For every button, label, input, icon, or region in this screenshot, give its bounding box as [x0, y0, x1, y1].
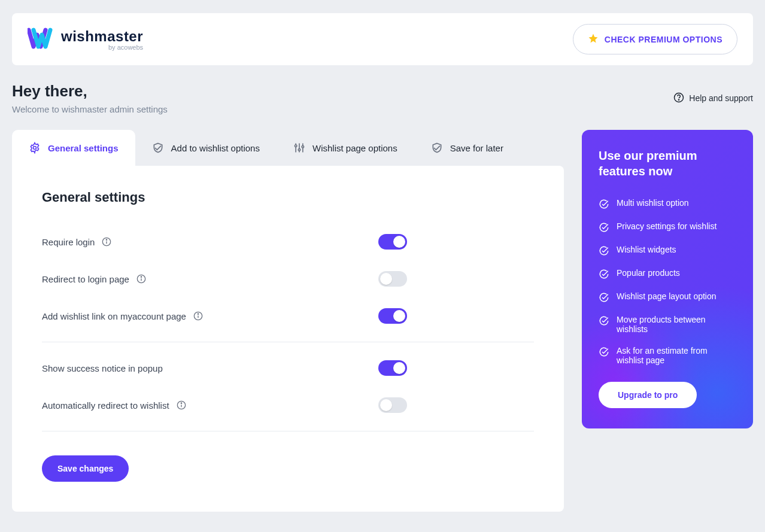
- greeting-block: Hey there, Welcome to wishmaster admin s…: [12, 82, 168, 114]
- premium-feature: Wishlist widgets: [599, 239, 736, 262]
- tab-save-later[interactable]: Save for later: [414, 130, 520, 166]
- tabs-bar: General settings Add to wishlist options…: [12, 130, 564, 166]
- divider: [42, 431, 534, 431]
- tab-label: General settings: [48, 143, 119, 153]
- check-premium-button[interactable]: CHECK PREMIUM OPTIONS: [573, 24, 737, 54]
- upgrade-to-pro-button[interactable]: Upgrade to pro: [599, 382, 697, 408]
- svg-point-16: [198, 314, 198, 314]
- toggle-auto-redirect[interactable]: [378, 397, 407, 413]
- info-icon[interactable]: [136, 274, 146, 284]
- shield-check-icon: [152, 142, 164, 154]
- setting-auto-redirect: Automatically redirect to wishlist: [42, 387, 534, 424]
- divider: [42, 342, 534, 342]
- svg-point-7: [298, 149, 300, 151]
- premium-sidebar: Use our premium features now Multi wishl…: [582, 130, 753, 428]
- toggle-require-login[interactable]: [378, 234, 407, 250]
- check-circle-icon: [599, 346, 609, 357]
- premium-feature: Ask for an estimate from wishlist page: [599, 340, 736, 371]
- svg-point-10: [107, 239, 107, 240]
- check-premium-label: CHECK PREMIUM OPTIONS: [605, 35, 722, 44]
- tab-general-settings[interactable]: General settings: [12, 130, 135, 166]
- setting-label-text: Add wishlist link on myaccount page: [42, 311, 186, 321]
- info-icon[interactable]: [177, 400, 186, 410]
- premium-feature: Wishlist page layout option: [599, 285, 736, 309]
- star-icon: [588, 33, 599, 45]
- tab-label: Add to wishlist options: [171, 143, 260, 153]
- info-icon[interactable]: [102, 237, 111, 247]
- premium-feature: Move products between wishlists: [599, 309, 736, 340]
- toggle-redirect-login[interactable]: [378, 271, 407, 287]
- check-circle-icon: [599, 269, 609, 279]
- bookmark-check-icon: [431, 142, 443, 154]
- upgrade-button-label: Upgrade to pro: [618, 390, 678, 400]
- check-circle-icon: [599, 222, 609, 233]
- tab-label: Wishlist page options: [312, 143, 397, 153]
- tab-add-to-wishlist[interactable]: Add to wishlist options: [135, 130, 277, 166]
- check-circle-icon: [599, 199, 609, 209]
- brand-name: wishmaster: [61, 28, 143, 45]
- feature-label: Multi wishlist option: [617, 198, 689, 208]
- greeting-subtitle: Welcome to wishmaster admin settings: [12, 104, 168, 114]
- premium-feature: Popular products: [599, 262, 736, 285]
- brand-subtitle: by acowebs: [61, 44, 143, 51]
- svg-point-8: [302, 146, 303, 148]
- feature-label: Wishlist widgets: [617, 245, 676, 254]
- setting-success-popup: Show success notice in popup: [42, 349, 534, 387]
- setting-label-text: Require login: [42, 237, 95, 247]
- svg-point-6: [295, 145, 296, 147]
- gear-icon: [29, 142, 41, 154]
- svg-point-13: [141, 276, 141, 277]
- tab-wishlist-page[interactable]: Wishlist page options: [277, 130, 414, 166]
- toggle-myaccount-link[interactable]: [378, 308, 407, 324]
- sliders-icon: [293, 142, 305, 154]
- feature-label: Ask for an estimate from wishlist page: [617, 346, 736, 365]
- info-icon[interactable]: [193, 311, 203, 321]
- setting-label-text: Automatically redirect to wishlist: [42, 400, 169, 411]
- help-support-link[interactable]: Help and support: [673, 92, 753, 105]
- setting-myaccount-link: Add wishlist link on myaccount page: [42, 297, 534, 335]
- feature-label: Popular products: [617, 268, 680, 278]
- brand-logo-icon: [28, 28, 53, 51]
- check-circle-icon: [599, 292, 609, 303]
- check-circle-icon: [599, 245, 609, 256]
- svg-point-2: [34, 147, 37, 150]
- check-circle-icon: [599, 315, 609, 326]
- help-icon: [673, 92, 684, 105]
- svg-point-1: [679, 99, 679, 100]
- premium-feature: Privacy settings for wishlist: [599, 215, 736, 239]
- help-label: Help and support: [689, 93, 753, 103]
- settings-panel: General settings Require login Redirect …: [12, 166, 564, 512]
- svg-point-19: [181, 403, 181, 403]
- setting-label-text: Redirect to login page: [42, 274, 129, 284]
- brand-logo-block: wishmaster by acowebs: [28, 28, 143, 51]
- panel-heading: General settings: [42, 190, 534, 205]
- save-button-label: Save changes: [57, 464, 113, 473]
- setting-require-login: Require login: [42, 223, 534, 260]
- tab-label: Save for later: [450, 143, 503, 153]
- toggle-success-popup[interactable]: [378, 360, 407, 376]
- header-bar: wishmaster by acowebs CHECK PREMIUM OPTI…: [12, 13, 753, 65]
- setting-redirect-login: Redirect to login page: [42, 260, 534, 297]
- feature-label: Privacy settings for wishlist: [617, 221, 717, 231]
- greeting-title: Hey there,: [12, 82, 168, 101]
- feature-label: Wishlist page layout option: [617, 291, 717, 301]
- save-changes-button[interactable]: Save changes: [42, 455, 129, 482]
- premium-feature: Multi wishlist option: [599, 192, 736, 215]
- feature-label: Move products between wishlists: [617, 315, 736, 334]
- setting-label-text: Show success notice in popup: [42, 363, 163, 373]
- premium-heading: Use our premium features now: [599, 148, 736, 179]
